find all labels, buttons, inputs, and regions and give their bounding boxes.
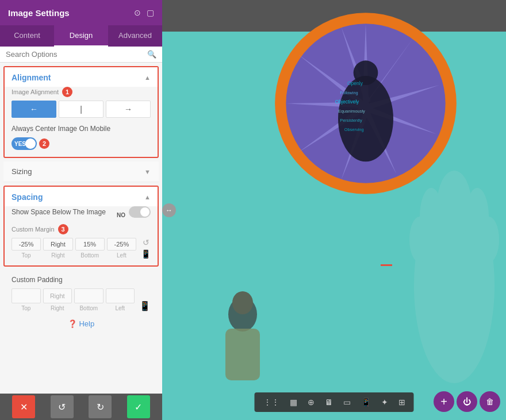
svg-point-24 <box>409 217 430 263</box>
undo-button[interactable]: ↺ <box>51 395 74 418</box>
mobile-center-toggle[interactable]: YES <box>12 137 37 150</box>
margin-bottom-input[interactable] <box>75 238 105 251</box>
padding-bottom-label: Bottom <box>79 305 98 311</box>
cancel-button[interactable]: ✕ <box>12 395 35 418</box>
header-icons: ⊙ ▢ <box>134 8 154 17</box>
fab-power-button[interactable]: ⏻ <box>457 391 477 412</box>
svg-text:Objectively: Objectively <box>335 99 359 105</box>
margin-icons: ↺ 📱 <box>141 238 151 259</box>
margin-reset-button[interactable]: ↺ <box>141 238 151 247</box>
spacing-header[interactable]: Spacing ▲ <box>5 187 158 206</box>
svg-point-25 <box>478 217 499 263</box>
alignment-title: Alignment <box>12 73 51 82</box>
align-right-button[interactable]: → <box>106 101 151 118</box>
tool-drag[interactable]: ⋮⋮ <box>260 396 282 409</box>
badge-1: 1 <box>62 87 72 97</box>
margin-left-wrap: Left <box>107 238 136 259</box>
spacing-chevron: ▲ <box>144 194 151 201</box>
padding-bottom-input[interactable] <box>74 288 103 303</box>
sizing-chevron: ▼ <box>144 168 151 175</box>
padding-right-label: Right <box>51 305 64 311</box>
svg-text:Equanimously: Equanimously <box>338 109 365 114</box>
toggle-no-knob <box>140 207 150 217</box>
settings-icon[interactable]: ⊙ <box>134 8 141 17</box>
svg-text:Openly: Openly <box>347 80 363 86</box>
panel-title: Image Settings <box>8 8 70 18</box>
resize-handle[interactable]: ↔ <box>162 203 176 217</box>
badge-3: 3 <box>58 224 68 234</box>
margin-device-button[interactable]: 📱 <box>141 249 151 259</box>
align-left-button[interactable]: ← <box>12 101 56 118</box>
woman-image <box>197 286 289 391</box>
padding-top-label: Top <box>21 305 30 311</box>
tool-tablet-h[interactable]: ▭ <box>340 396 354 409</box>
svg-text:Persistently: Persistently <box>340 118 362 123</box>
sizing-title: Sizing <box>12 167 32 176</box>
padding-left-wrap: Left <box>106 288 135 311</box>
padding-mobile-icon: 📱 <box>139 300 151 311</box>
search-input[interactable] <box>6 50 147 59</box>
margin-left-input[interactable] <box>107 238 136 251</box>
custom-padding-label: Custom Padding <box>3 270 159 284</box>
search-bar: 🔍 <box>0 47 162 63</box>
sizing-header[interactable]: Sizing ▼ <box>3 161 159 182</box>
show-space-toggle[interactable] <box>129 206 151 218</box>
panel-content: Alignment ▲ Image Alignment 1 ← | → Alwa… <box>0 63 162 394</box>
svg-text:Following: Following <box>340 90 358 95</box>
tab-content[interactable]: Content <box>0 25 54 47</box>
padding-right-wrap: Right <box>43 288 72 311</box>
help-row: ❓ Help <box>0 311 162 332</box>
padding-bottom-wrap: Bottom <box>74 288 103 311</box>
custom-margin-label: Custom Margin 3 <box>12 224 151 234</box>
tool-desktop[interactable]: 🖥 <box>322 396 336 409</box>
alignment-body: Image Alignment 1 ← | → Always Center Im… <box>5 87 158 157</box>
margin-top-wrap: Top <box>12 238 41 259</box>
margin-top-label: Top <box>22 252 31 259</box>
panel-tabs: Content Design Advanced <box>0 25 162 47</box>
padding-top-wrap: Top <box>12 288 41 311</box>
padding-section: Custom Padding Top Right Bottom Left <box>3 270 159 311</box>
fab-add-button[interactable]: + <box>434 391 454 412</box>
padding-right-input[interactable] <box>43 288 72 303</box>
margin-top-input[interactable] <box>12 238 41 251</box>
align-center-button[interactable]: | <box>59 101 103 118</box>
tool-mobile[interactable]: 📱 <box>358 396 374 409</box>
tab-design[interactable]: Design <box>54 25 108 47</box>
search-icon: 🔍 <box>147 50 156 59</box>
left-panel: Image Settings ⊙ ▢ Content Design Advanc… <box>0 0 162 420</box>
margin-bottom-label: Bottom <box>80 252 99 259</box>
mobile-center-label: Always Center Image On Mobile <box>12 125 110 133</box>
margin-inputs: Top Right Bottom Left ↺ <box>12 238 151 259</box>
fab-trash-button[interactable]: 🗑 <box>480 391 500 412</box>
mobile-center-toggle-row: Always Center Image On Mobile <box>12 125 151 133</box>
padding-left-label: Left <box>115 305 125 311</box>
margin-left-label: Left <box>117 252 126 259</box>
padding-left-input[interactable] <box>106 288 135 303</box>
redo-button[interactable]: ↻ <box>89 395 112 418</box>
tool-layout[interactable]: ⊞ <box>396 396 408 409</box>
svg-text:Observing: Observing <box>344 127 364 132</box>
alignment-header[interactable]: Alignment ▲ <box>5 67 158 87</box>
bottom-bar: ✕ ↺ ↻ ✓ <box>0 394 162 420</box>
canvas-panel: Openly Following Objectively Equanimousl… <box>162 0 506 420</box>
show-space-toggle-wrap <box>129 206 151 218</box>
alignment-buttons: ← | → <box>12 101 151 118</box>
image-alignment-label: Image Alignment 1 <box>12 87 151 97</box>
svg-point-28 <box>232 291 253 314</box>
help-button[interactable]: ❓ Help <box>68 319 94 328</box>
margin-right-input[interactable] <box>43 238 72 251</box>
panel-header: Image Settings ⊙ ▢ <box>0 0 162 25</box>
red-accent-line <box>381 264 392 266</box>
svg-rect-27 <box>225 329 260 380</box>
tab-advanced[interactable]: Advanced <box>108 25 162 47</box>
padding-inputs: Top Right Bottom Left 📱 <box>3 288 159 311</box>
margin-right-label: Right <box>51 252 64 259</box>
tool-search[interactable]: ⊕ <box>305 396 317 409</box>
tool-grid[interactable]: ▦ <box>287 396 300 409</box>
confirm-button[interactable]: ✓ <box>127 395 150 418</box>
padding-top-input[interactable] <box>12 288 41 303</box>
spacing-body: Show Space Below The Image NO Custom Mar… <box>5 206 158 265</box>
expand-icon[interactable]: ▢ <box>147 8 154 17</box>
tool-magic[interactable]: ✦ <box>378 396 391 409</box>
spacing-section: Spacing ▲ Show Space Below The Image NO <box>3 186 159 267</box>
